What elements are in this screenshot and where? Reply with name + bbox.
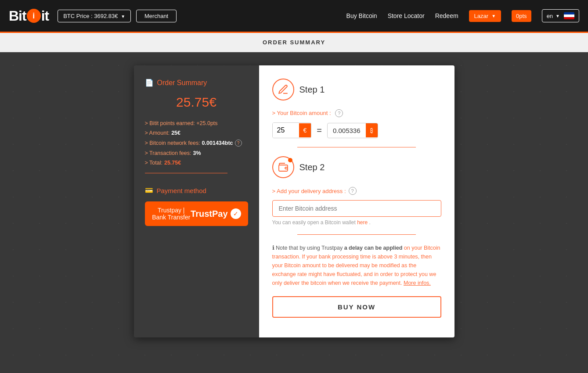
btc-symbol: ₿: [370, 127, 373, 134]
step1-divider: [297, 147, 416, 147]
euro-amount-box: €: [272, 122, 312, 138]
logo-circle: i: [27, 9, 41, 23]
wallet-hint: You can easily open a Bitcoin wallet her…: [272, 219, 441, 226]
language-button[interactable]: en ▼: [542, 9, 579, 22]
delivery-address-label: > Add your delivery address : ?: [272, 187, 441, 195]
document-icon: 📄: [145, 79, 154, 87]
total-item: > Total: 25.75€: [145, 160, 248, 166]
payment-icon: 💳: [145, 186, 153, 194]
help-icon[interactable]: ?: [235, 140, 242, 147]
logo-text-bit: Bit: [9, 8, 26, 24]
chevron-down-icon: ▼: [556, 14, 560, 18]
network-fee-item: > Bitcoin network fees: 0.001434btc ?: [145, 140, 248, 147]
logo: Bit i it: [9, 8, 49, 24]
chevron-down-icon: ▼: [121, 14, 125, 19]
step1-icon: [272, 79, 294, 100]
notice-bold: a delay can be applied: [344, 245, 403, 251]
amount-item: > Amount: 25€: [145, 130, 248, 136]
nav-buy-bitcoin[interactable]: Buy Bitcoin: [346, 12, 377, 19]
bitcoin-address-input[interactable]: [272, 200, 441, 217]
total-amount: 25.75€: [145, 95, 248, 110]
order-summary-title: 📄 Order Summary: [145, 79, 248, 87]
transaction-fee-item: > Transaction fees: 3%: [145, 150, 248, 156]
more-infos-link[interactable]: More infos.: [404, 280, 431, 286]
step2-title: Step 2: [299, 162, 325, 172]
points-earned: > Bitit points earned: +25.0pts: [145, 120, 248, 126]
buy-now-button[interactable]: BUY NOW: [272, 296, 441, 318]
step1-title: Step 1: [299, 85, 325, 95]
notice-block: ℹ Note that by using Trustpay a delay ca…: [272, 244, 441, 287]
steps-panel: Step 1 > Your Bitcoin amount : ? € = 0.0…: [259, 65, 455, 337]
trustpay-logo-area: TrustPay ✓: [191, 208, 241, 219]
summary-divider: [145, 173, 227, 173]
order-card: 📄 Order Summary 25.75€ > Bitit points ea…: [134, 65, 455, 337]
wallet-hint-link[interactable]: here: [357, 219, 368, 226]
euro-badge: €: [299, 123, 311, 137]
trustpay-logo: TrustPay: [191, 209, 227, 219]
help-icon-step1[interactable]: ?: [335, 109, 343, 117]
amount-row: € = 0.005336 ₿: [272, 122, 441, 138]
nav-redeem[interactable]: Redeem: [435, 12, 458, 19]
chevron-down-icon: ▼: [491, 14, 496, 18]
background-area: 📄 Order Summary 25.75€ > Bitit points ea…: [0, 52, 588, 373]
step2-icon: [272, 156, 294, 178]
step2-header: Step 2: [272, 156, 441, 178]
notification-dot: [288, 158, 292, 162]
btc-price-button[interactable]: BTC Price : 3692.83€ ▼: [58, 10, 131, 22]
help-icon-step2[interactable]: ?: [349, 187, 357, 195]
btc-value: 0.005336: [328, 123, 366, 138]
bitcoin-amount-label: > Your Bitcoin amount : ?: [272, 109, 441, 117]
svg-rect-0: [279, 165, 288, 171]
btc-result-box: 0.005336 ₿: [327, 123, 378, 138]
order-summary-bar: ORDER SUMMARY: [0, 33, 588, 52]
step2-divider: [297, 234, 416, 235]
btc-badge: ₿: [366, 123, 378, 137]
user-menu-button[interactable]: Lazar ▼: [469, 10, 501, 22]
header: Bit i it BTC Price : 3692.83€ ▼ Merchant…: [0, 0, 588, 33]
check-icon: ✓: [231, 208, 241, 219]
logo-text-it: it: [41, 8, 49, 24]
opts-button[interactable]: 0pts: [512, 10, 531, 22]
trustpay-button[interactable]: Trustpay | Bank Transfer TrustPay ✓: [145, 201, 248, 226]
step1-header: Step 1: [272, 79, 441, 100]
equals-sign: =: [317, 126, 322, 136]
order-summary-panel: 📄 Order Summary 25.75€ > Bitit points ea…: [134, 65, 259, 337]
info-icon: ℹ: [272, 245, 274, 251]
payment-method-title: 💳 Payment method: [145, 186, 248, 194]
amount-input[interactable]: [273, 123, 299, 138]
merchant-button[interactable]: Merchant: [136, 10, 177, 22]
main-nav: Buy Bitcoin Store Locator Redeem Lazar ▼…: [346, 9, 579, 22]
flag-icon: [564, 12, 574, 19]
nav-store-locator[interactable]: Store Locator: [388, 12, 425, 19]
